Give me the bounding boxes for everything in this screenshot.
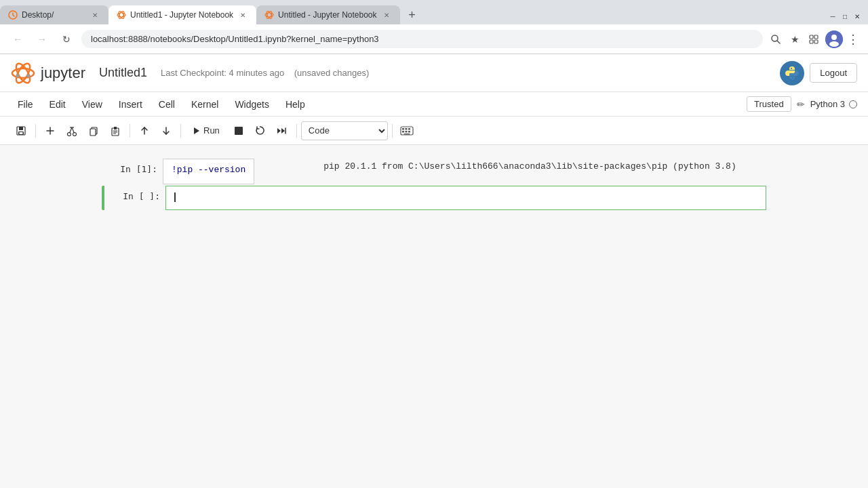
python-logo-icon [784,65,800,81]
menu-help[interactable]: Help [279,96,312,113]
svg-point-14 [831,35,837,40]
svg-rect-54 [403,134,410,135]
checkpoint-info: Last Checkpoint: 4 minutes ago (unsaved … [161,68,369,78]
new-tab-button[interactable]: + [403,5,422,24]
tab-desktop[interactable]: Desktop/ ✕ [0,5,108,24]
browser-menu-button[interactable]: ⋮ [847,32,860,47]
fast-forward-icon [277,125,288,136]
menu-insert[interactable]: Insert [112,96,149,113]
python-logo [780,61,804,85]
edit-pencil-icon[interactable]: ✏ [797,99,805,110]
cell-2-prompt: In [ ]: [104,186,165,207]
jupyter-app: jupyter Untitled1 Last Checkpoint: 4 min… [0,54,868,488]
maximize-button[interactable]: □ [840,11,850,22]
cell-2[interactable]: In [ ]: [102,186,766,210]
svg-line-31 [72,127,75,134]
jupyter-wordmark: jupyter [41,64,85,82]
add-icon [45,125,56,136]
forward-button[interactable]: → [33,30,52,49]
notebook-name[interactable]: Untitled1 [99,66,147,80]
address-actions: ★ ⋮ [768,30,860,48]
menu-view[interactable]: View [75,96,109,113]
address-bar: ← → ↻ ★ [0,24,868,54]
toolbar-separator-4 [296,124,297,138]
minimize-button[interactable]: ─ [827,11,838,22]
menu-edit[interactable]: Edit [43,96,73,113]
extensions-icon[interactable] [806,32,821,47]
cell-1-content[interactable]: !pip --version [163,159,254,184]
svg-point-15 [829,41,839,47]
svg-point-16 [12,68,34,78]
tab-bar: Desktop/ ✕ Untitled1 - Jupyter Notebook … [0,0,868,24]
browser-chrome: Desktop/ ✕ Untitled1 - Jupyter Notebook … [0,0,868,54]
jupyter-header-right: Logout [780,61,857,85]
menu-file[interactable]: File [11,96,40,113]
interrupt-button[interactable] [229,121,249,141]
tab-desktop-close[interactable]: ✕ [90,9,100,20]
tab-untitled-close[interactable]: ✕ [381,9,392,20]
tab-jupyter2-icon [264,10,274,20]
cell-1-output: pip 20.1.1 from C:\Users\lilth666\anacon… [315,159,745,174]
copy-icon [88,125,99,136]
keyboard-icon [400,126,414,136]
run-icon [193,127,201,135]
paste-cells-button[interactable] [105,121,125,141]
cell-2-input[interactable] [165,186,766,210]
cell-1-input[interactable]: !pip --version [163,159,254,184]
tab-jupyter1-icon [117,10,126,20]
svg-rect-50 [408,128,410,130]
svg-rect-23 [19,127,23,130]
kernel-info: Python 3 [810,99,857,109]
tab-untitled1-close[interactable]: ✕ [237,9,248,20]
menu-kernel[interactable]: Kernel [184,96,225,113]
restart-icon [255,125,265,136]
jupyter-header: jupyter Untitled1 Last Checkpoint: 4 min… [0,54,868,92]
toolbar-separator-1 [35,124,36,138]
svg-rect-52 [405,131,407,133]
svg-rect-53 [408,131,410,133]
toolbar-separator-2 [130,124,130,138]
bookmark-icon[interactable]: ★ [787,32,802,47]
search-icon[interactable] [768,32,783,47]
tab-untitled1[interactable]: Untitled1 - Jupyter Notebook ✕ [108,5,256,24]
menu-widgets[interactable]: Widgets [228,96,276,113]
address-input[interactable] [81,30,763,48]
add-cell-button[interactable] [40,121,60,141]
trusted-badge[interactable]: Trusted [747,96,791,112]
cut-icon [66,125,77,136]
svg-point-19 [22,64,25,68]
svg-rect-25 [20,132,23,134]
tab-desktop-title: Desktop/ [22,10,85,20]
svg-point-20 [16,74,20,77]
tab-untitled1-title: Untitled1 - Jupyter Notebook [130,10,233,20]
profile-avatar[interactable] [825,30,843,48]
unsaved-text: (unsaved changes) [294,68,370,78]
restart-button[interactable] [250,121,271,141]
restart-run-button[interactable] [272,121,292,141]
jupyter-logo-icon [11,61,35,85]
logout-button[interactable]: Logout [810,63,857,83]
jupyter-logo: jupyter [11,61,85,85]
close-button[interactable]: ✕ [852,11,863,22]
window-controls: ─ □ ✕ [827,11,868,24]
svg-rect-11 [810,40,813,43]
reload-button[interactable]: ↻ [57,30,76,49]
keyboard-shortcuts-button[interactable] [397,121,417,141]
save-button[interactable] [11,121,31,141]
copy-cells-button[interactable] [83,121,104,141]
menu-cell[interactable]: Cell [152,96,182,113]
toolbar-separator-5 [392,124,393,138]
cell-1[interactable]: In [1]: !pip --version pip 20.1.1 from C… [102,159,766,184]
move-down-icon [161,125,172,136]
svg-rect-36 [114,127,117,129]
svg-point-21 [27,74,31,77]
back-button[interactable]: ← [8,30,27,49]
checkpoint-text: Last Checkpoint: 4 minutes ago [161,68,284,78]
toolbar-separator-3 [180,124,181,138]
move-up-button[interactable] [134,121,155,141]
cut-cells-button[interactable] [62,121,82,141]
run-button[interactable]: Run [185,121,227,141]
cell-type-select[interactable]: Code Markdown Raw NBConvert Heading [301,121,388,140]
move-down-button[interactable] [156,121,176,141]
tab-untitled[interactable]: Untitled - Jupyter Notebook ✕ [256,5,399,24]
